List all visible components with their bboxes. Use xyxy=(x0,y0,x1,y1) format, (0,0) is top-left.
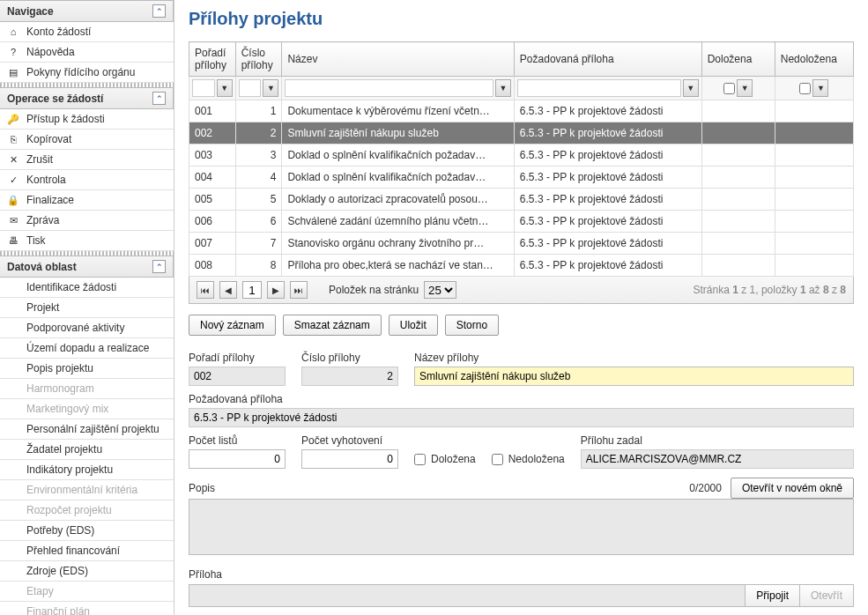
nav-item-label: Zpráva xyxy=(26,214,59,226)
nedolozena-checkbox[interactable] xyxy=(492,454,503,465)
table-row[interactable]: 0066Schválené zadání územního plánu včet… xyxy=(189,211,854,233)
pager-prev[interactable]: ◀ xyxy=(219,281,237,299)
filter-icon[interactable]: ▼ xyxy=(263,79,278,97)
nav-section-header[interactable]: Operace se žádostí⌃ xyxy=(0,87,174,109)
filter-nedolozena-chk[interactable] xyxy=(799,83,811,94)
pager-page-input[interactable] xyxy=(242,281,262,299)
table-row[interactable]: 0022Smluvní zajištění nákupu služeb6.5.3… xyxy=(189,122,854,144)
table-row[interactable]: 0011Dokumentace k výběrovému řízení včet… xyxy=(189,100,854,122)
nazev-field[interactable] xyxy=(414,367,854,386)
nav-item[interactable]: ✓Kontrola xyxy=(0,170,174,190)
table-cell xyxy=(775,144,853,167)
chevron-up-icon[interactable]: ⌃ xyxy=(152,260,166,273)
pager: ⏮ ◀ ▶ ⏭ Položek na stránku 25 Stránka 1 … xyxy=(189,277,854,304)
attach-button[interactable]: Připojit xyxy=(745,585,799,606)
table-cell: 3 xyxy=(235,144,282,167)
pager-first[interactable]: ⏮ xyxy=(197,281,214,299)
table-row[interactable]: 0055Doklady o autorizaci zpracovatelů po… xyxy=(189,189,854,211)
filter-poradi[interactable] xyxy=(192,79,215,97)
nav-section-header[interactable]: Datová oblast⌃ xyxy=(0,256,174,278)
nav-item[interactable]: Personální zajištění projektu xyxy=(0,419,174,440)
filter-icon[interactable]: ▼ xyxy=(737,79,753,97)
col-nedolozena[interactable]: Nedoložena xyxy=(775,42,853,77)
delete-record-button[interactable]: Smazat záznam xyxy=(283,315,382,336)
nav-item-label: Popis projektu xyxy=(26,362,93,374)
filter-nazev[interactable] xyxy=(285,79,493,97)
filter-icon[interactable]: ▼ xyxy=(217,79,233,97)
nav-item[interactable]: Zdroje (EDS) xyxy=(0,561,174,582)
nav-section-header[interactable]: Navigace⌃ xyxy=(0,0,174,22)
col-nazev[interactable]: Název xyxy=(282,42,514,77)
filter-icon[interactable]: ▼ xyxy=(683,79,699,97)
chevron-up-icon[interactable]: ⌃ xyxy=(152,4,166,18)
page-title: Přílohy projektu xyxy=(189,9,854,29)
nav-item[interactable]: ✉Zpráva xyxy=(0,211,174,231)
cislo-label: Číslo přílohy xyxy=(301,352,398,364)
storno-button[interactable]: Storno xyxy=(445,315,499,336)
table-row[interactable]: 0033Doklad o splnění kvalifikačních poža… xyxy=(189,144,854,167)
nav-item[interactable]: ⎘Kopírovat xyxy=(0,130,174,150)
nav-item[interactable]: 🖶Tisk xyxy=(0,231,174,251)
nav-item-label: Pokyny řídícího orgánu xyxy=(26,66,135,78)
table-cell: 6 xyxy=(235,211,282,233)
listu-field[interactable] xyxy=(189,449,286,469)
chevron-up-icon[interactable]: ⌃ xyxy=(152,92,166,105)
nav-item[interactable]: Popis projektu xyxy=(0,359,174,379)
nav-section-title: Navigace xyxy=(7,5,54,18)
col-pozad[interactable]: Požadovaná příloha xyxy=(514,42,701,77)
nav-item[interactable]: Území dopadu a realizace xyxy=(0,338,174,359)
col-dolozena[interactable]: Doložena xyxy=(701,42,775,77)
nav-item[interactable]: Indikátory projektu xyxy=(0,460,174,480)
vyhot-field[interactable] xyxy=(301,449,398,469)
nav-item-label: Žadatel projektu xyxy=(26,443,102,456)
nav-item[interactable]: ⌂Konto žádostí xyxy=(0,22,174,42)
nav-item[interactable]: ?Nápověda xyxy=(0,42,174,63)
table-cell: 1 xyxy=(235,100,282,122)
table-row[interactable]: 0044Doklad o splnění kvalifikačních poža… xyxy=(189,167,854,189)
nav-item[interactable]: 🔒Finalizace xyxy=(0,190,174,211)
nav-item[interactable]: Projekt xyxy=(0,298,174,318)
pager-next[interactable]: ▶ xyxy=(267,281,285,299)
nav-item: Etapy xyxy=(0,582,174,602)
table-cell: 7 xyxy=(235,233,282,255)
nav-item[interactable]: ✕Zrušit xyxy=(0,150,174,170)
table-row[interactable]: 0077Stanovisko orgánu ochrany životního … xyxy=(189,233,854,255)
open-button[interactable]: Otevřít xyxy=(799,585,853,606)
nav-item[interactable]: Potřeby (EDS) xyxy=(0,521,174,541)
nav-item[interactable]: Žadatel projektu xyxy=(0,440,174,460)
new-record-button[interactable]: Nový záznam xyxy=(189,315,276,336)
dolozena-checkbox[interactable] xyxy=(414,454,426,465)
nav-item[interactable]: Přehled financování xyxy=(0,541,174,561)
table-cell: 006 xyxy=(189,211,236,233)
poradi-label: Pořadí přílohy xyxy=(189,352,286,364)
nav-item[interactable]: ▤Pokyny řídícího orgánu xyxy=(0,63,174,83)
listu-label: Počet listů xyxy=(189,434,286,447)
nav-item: Rozpočet projektu xyxy=(0,500,174,521)
table-cell: 6.5.3 - PP k projektové žádosti xyxy=(514,255,701,277)
nav-item-icon: ✕ xyxy=(7,154,19,166)
table-row[interactable]: 0088Příloha pro obec,která se nachází ve… xyxy=(189,255,854,277)
filter-icon[interactable]: ▼ xyxy=(812,79,828,97)
table-cell: 6.5.3 - PP k projektové žádosti xyxy=(514,211,701,233)
nav-item-label: Přístup k žádosti xyxy=(26,113,105,125)
filter-cislo[interactable] xyxy=(239,79,262,97)
open-new-window-button[interactable]: Otevřít v novém okně xyxy=(731,478,854,499)
col-cislo[interactable]: Číslo přílohy xyxy=(235,42,282,77)
pager-per-select[interactable]: 25 xyxy=(424,281,456,299)
pager-last[interactable]: ⏭ xyxy=(290,281,308,299)
nav-item-label: Podporované aktivity xyxy=(26,322,124,334)
pozad-field xyxy=(189,408,854,427)
nav-item[interactable]: Identifikace žádosti xyxy=(0,278,174,298)
nav-item-label: Tisk xyxy=(26,234,46,247)
nav-item[interactable]: Podporované aktivity xyxy=(0,318,174,338)
save-button[interactable]: Uložit xyxy=(389,315,438,336)
nav-item[interactable]: 🔑Přístup k žádosti xyxy=(0,109,174,130)
priloha-label: Příloha xyxy=(189,568,222,581)
table-cell xyxy=(775,100,853,122)
table-cell: 004 xyxy=(189,167,236,189)
filter-dolozena-chk[interactable] xyxy=(723,83,735,94)
popis-textarea[interactable] xyxy=(189,499,854,555)
filter-pozad[interactable] xyxy=(517,79,681,97)
col-poradi[interactable]: Pořadí přílohy xyxy=(189,42,236,77)
filter-icon[interactable]: ▼ xyxy=(495,79,511,97)
